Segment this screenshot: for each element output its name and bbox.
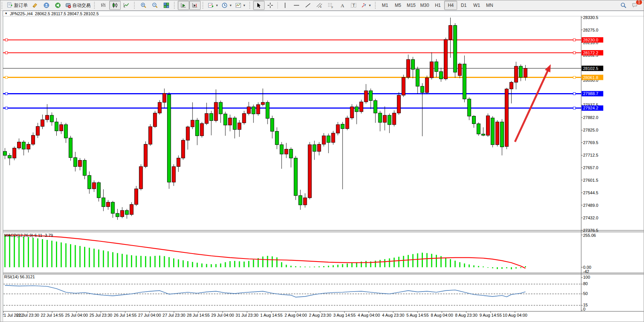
- periods-button[interactable]: ▼: [220, 1, 234, 10]
- candle-body: [449, 25, 452, 40]
- candle-body: [182, 140, 185, 158]
- candle-body: [458, 64, 462, 75]
- toolbar-grip: [134, 2, 136, 9]
- candle-body: [238, 123, 241, 130]
- vertical-line-button[interactable]: [279, 1, 291, 10]
- svg-text:27769.5: 27769.5: [583, 140, 598, 145]
- crosshair-button[interactable]: [265, 1, 276, 10]
- line-handle[interactable]: [5, 76, 8, 79]
- toolbar-grip: [375, 2, 377, 9]
- tf-m15-button-label: M15: [407, 3, 416, 8]
- svg-text:10 Aug 04:00: 10 Aug 04:00: [503, 313, 528, 317]
- candle-body: [17, 142, 21, 148]
- candle-body: [64, 125, 68, 138]
- bar-chart-button[interactable]: [98, 1, 109, 10]
- line-handle[interactable]: [573, 76, 575, 79]
- zoom-in-button[interactable]: [138, 1, 149, 10]
- candle-body: [496, 122, 499, 145]
- line-handle[interactable]: [573, 92, 575, 95]
- metaeditor-icon: [32, 2, 38, 8]
- community-icon: [43, 2, 49, 8]
- line-handle[interactable]: [573, 107, 575, 109]
- candle-body: [416, 69, 419, 86]
- metaeditor-button[interactable]: [29, 1, 41, 10]
- signals-button[interactable]: [52, 1, 64, 10]
- toolbar-grip: [249, 2, 251, 9]
- tf-w1-button[interactable]: W1: [470, 1, 483, 10]
- candle-body: [196, 120, 199, 136]
- tf-m30-button[interactable]: M30: [418, 1, 431, 10]
- candle-body: [294, 158, 297, 196]
- fibonacci-button[interactable]: F: [325, 1, 336, 10]
- svg-text:8 Aug 23:30: 8 Aug 23:30: [455, 313, 478, 317]
- line-handle[interactable]: [5, 107, 8, 109]
- svg-text:4 Aug 23:30: 4 Aug 23:30: [382, 313, 405, 317]
- new-order-button[interactable]: 新订单: [5, 1, 29, 10]
- tf-m15-button[interactable]: M15: [405, 1, 418, 10]
- indicators-button[interactable]: ▼: [206, 1, 220, 10]
- tf-d1-button[interactable]: D1: [457, 1, 470, 10]
- line-handle[interactable]: [573, 52, 575, 54]
- zoom-out-button[interactable]: [149, 1, 161, 10]
- candle-body: [167, 95, 171, 182]
- candle-body: [271, 118, 274, 131]
- candle-body: [383, 115, 386, 122]
- collapse-chart-icon[interactable]: ▼: [5, 12, 8, 15]
- candle-body: [313, 145, 316, 152]
- indicators-icon: [208, 2, 214, 8]
- candle-body: [303, 198, 307, 205]
- tf-h1-button[interactable]: H1: [431, 1, 444, 10]
- label-button[interactable]: T: [348, 1, 359, 10]
- channel-button[interactable]: E: [314, 1, 325, 10]
- candle-body: [472, 116, 476, 124]
- toolbar-right: 1: [618, 1, 644, 10]
- candle-body: [350, 107, 354, 118]
- candle-body: [453, 25, 457, 72]
- line-handle[interactable]: [5, 92, 8, 95]
- toolbar-grip: [94, 2, 96, 9]
- candle-body: [514, 66, 518, 82]
- line-handle[interactable]: [5, 52, 8, 54]
- candle-body: [69, 138, 72, 158]
- candlestick-icon: [112, 2, 118, 8]
- templates-button[interactable]: ▼: [234, 1, 247, 10]
- candle-body: [467, 99, 471, 116]
- shapes-button[interactable]: ▼: [359, 1, 373, 10]
- svg-text:31 Jul 23:30: 31 Jul 23:30: [236, 313, 258, 317]
- zoom-in-icon: [140, 2, 147, 8]
- candlestick-button[interactable]: [109, 1, 121, 10]
- line-chart-button[interactable]: [121, 1, 132, 10]
- tf-m5-button[interactable]: M5: [392, 1, 405, 10]
- cursor-button[interactable]: [253, 1, 265, 10]
- cursor-icon: [256, 2, 262, 8]
- autotrading-button[interactable]: 自动交易: [64, 1, 92, 10]
- toolbar-group-chart-types: [97, 0, 133, 10]
- chart-canvas[interactable]: 28330.528275.028218.028162.528050.027937…: [0, 0, 644, 322]
- trendline-button[interactable]: [302, 1, 314, 10]
- chat-button[interactable]: 1: [629, 1, 641, 10]
- tile-windows-icon: [163, 2, 169, 8]
- candle-body: [481, 134, 485, 135]
- candle-body: [336, 125, 340, 133]
- candle-body: [280, 145, 283, 154]
- candle-body: [45, 115, 49, 120]
- community-button[interactable]: [41, 1, 52, 10]
- text-button[interactable]: A: [336, 1, 348, 10]
- tf-m1-button[interactable]: M1: [379, 1, 392, 10]
- horizontal-line-button[interactable]: [291, 1, 302, 10]
- svg-text:E: E: [320, 6, 322, 8]
- candle-body: [486, 116, 489, 135]
- chart-shift-button[interactable]: [189, 1, 201, 10]
- tf-mn-button[interactable]: MN: [483, 1, 496, 10]
- search-button[interactable]: [618, 1, 629, 10]
- tf-h4-button[interactable]: H4: [444, 1, 457, 10]
- label-icon: T: [351, 2, 357, 8]
- svg-text:27825.0: 27825.0: [583, 128, 598, 132]
- svg-text:28 Jul 14:55: 28 Jul 14:55: [187, 313, 210, 317]
- candle-body: [153, 113, 157, 127]
- line-handle[interactable]: [573, 39, 575, 41]
- autoscroll-icon: [180, 2, 187, 8]
- line-handle[interactable]: [5, 39, 8, 41]
- autoscroll-button[interactable]: [178, 1, 189, 10]
- tile-windows-button[interactable]: [161, 1, 172, 10]
